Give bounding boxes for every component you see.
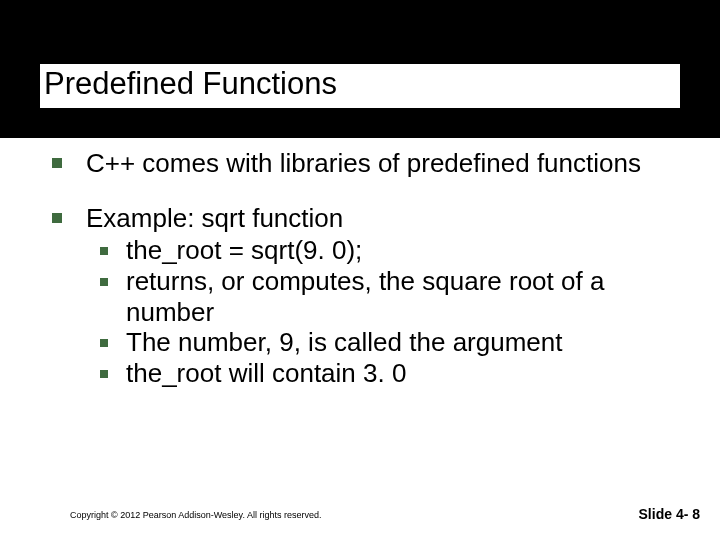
copyright-text: Copyright © 2012 Pearson Addison-Wesley.…	[70, 510, 321, 520]
sub-bullet-item: returns, or computes, the square root of…	[100, 266, 680, 327]
square-bullet-icon	[100, 370, 108, 378]
bullet-item: Example: sqrt function	[40, 203, 680, 234]
sub-bullet-text: the_root will contain 3. 0	[126, 358, 406, 389]
slide-title: Predefined Functions	[44, 66, 337, 102]
sub-bullet-item: the_root = sqrt(9. 0);	[100, 235, 680, 266]
slide: Predefined Functions C++ comes with libr…	[0, 0, 720, 540]
sub-bullet-text: The number, 9, is called the argument	[126, 327, 562, 358]
square-bullet-icon	[100, 247, 108, 255]
square-bullet-icon	[52, 213, 62, 223]
square-bullet-icon	[100, 339, 108, 347]
slide-number: Slide 4- 8	[639, 506, 700, 522]
bullet-text: Example: sqrt function	[86, 203, 343, 234]
sub-bullet-item: The number, 9, is called the argument	[100, 327, 680, 358]
sub-bullet-item: the_root will contain 3. 0	[100, 358, 680, 389]
square-bullet-icon	[52, 158, 62, 168]
bullet-item: C++ comes with libraries of predefined f…	[40, 148, 680, 179]
bullet-text: C++ comes with libraries of predefined f…	[86, 148, 641, 179]
slide-body: C++ comes with libraries of predefined f…	[40, 148, 680, 389]
sub-bullet-text: the_root = sqrt(9. 0);	[126, 235, 362, 266]
sub-bullet-text: returns, or computes, the square root of…	[126, 266, 680, 327]
sub-bullet-list: the_root = sqrt(9. 0); returns, or compu…	[40, 235, 680, 388]
square-bullet-icon	[100, 278, 108, 286]
